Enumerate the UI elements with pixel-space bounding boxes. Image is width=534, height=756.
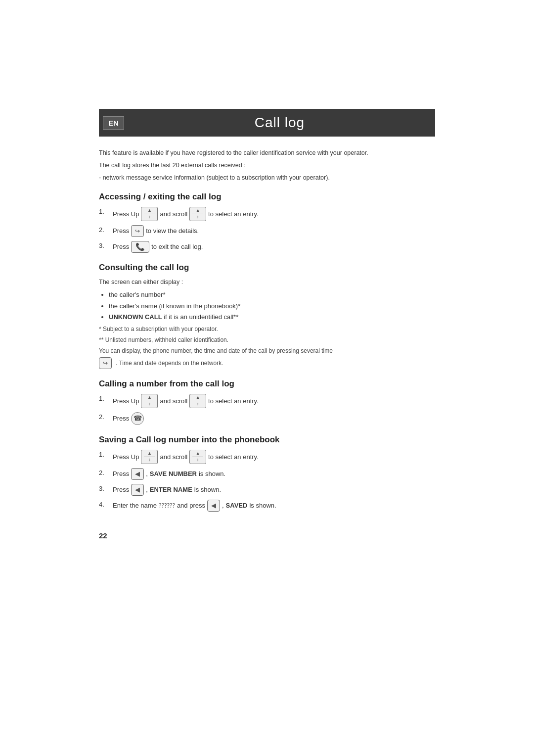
- section4-step2: 2. Press ◀ , SAVE NUMBER is shown.: [99, 468, 435, 480]
- step-num: 2.: [99, 225, 108, 234]
- list-item: UNKNOWN CALL if it is an unidentified ca…: [109, 312, 435, 323]
- step-num: 1.: [99, 207, 108, 215]
- note-text: . Time and date depends on the network.: [116, 360, 223, 367]
- nav-up-button-icon: ▲ ↕: [141, 450, 158, 464]
- page: EN Call log This feature is available if…: [0, 109, 534, 756]
- section4-title: Saving a Call log number into the phoneb…: [99, 435, 435, 445]
- nav-scroll-button-icon: ▲ ↕: [189, 207, 206, 221]
- exit-call-log-button-icon: 📞: [131, 241, 149, 253]
- nav-scroll-button-icon: ▲ ↕: [189, 450, 206, 464]
- menu-button-icon: ◀: [207, 500, 220, 512]
- menu-nav-icon: ↪: [99, 357, 112, 369]
- main-content: This feature is available if you have re…: [99, 137, 435, 540]
- step-content: Press ☎: [113, 412, 144, 425]
- step-content: Press Up ▲ ↕ and scroll ▲ ↕ to select an…: [113, 207, 259, 221]
- list-item: the caller's number*: [109, 290, 435, 300]
- section2-bullet-list: the caller's number* the caller's name (…: [109, 290, 435, 323]
- section4-step1: 1. Press Up ▲ ↕ and scroll ▲ ↕ to select…: [99, 450, 435, 464]
- lang-badge: EN: [103, 116, 124, 130]
- step-content: Press ↪ to view the details.: [113, 225, 199, 237]
- step-num: 2.: [99, 468, 108, 476]
- step-num: 3.: [99, 484, 108, 492]
- section3-title: Calling a number from the call log: [99, 379, 435, 389]
- section3-step1: 1. Press Up ▲ ↕ and scroll ▲ ↕ to select…: [99, 394, 435, 408]
- step-content: Press Up ▲ ↕ and scroll ▲ ↕ to select an…: [113, 450, 259, 464]
- section2-title: Consulting the call log: [99, 263, 435, 273]
- page-number: 22: [99, 531, 435, 540]
- menu-button-icon: ◀: [131, 468, 144, 480]
- intro-line3: - network message service information (s…: [99, 173, 435, 183]
- page-title: Call log: [124, 115, 435, 131]
- header-bar: EN Call log: [99, 109, 435, 137]
- step-num: 1.: [99, 450, 108, 458]
- step-content: Press ◀ , ENTER NAME is shown.: [113, 484, 221, 496]
- nav-scroll-button-icon: ▲ ↕: [189, 394, 206, 408]
- intro-line2: The call log stores the last 20 external…: [99, 161, 435, 170]
- intro-line1: This feature is available if you have re…: [99, 148, 435, 158]
- list-item: the caller's name (if known in the phone…: [109, 301, 435, 312]
- and-scroll-text: and scroll: [160, 209, 187, 219]
- nav-up-button-icon: ▲ ↕: [141, 394, 158, 408]
- section2-note: ↪ . Time and date depends on the network…: [99, 357, 435, 369]
- step-content: Enter the name ⁇⁇⁇ and press ◀ , SAVED i…: [113, 500, 276, 512]
- step-content: Press Up ▲ ↕ and scroll ▲ ↕ to select an…: [113, 394, 259, 408]
- section1-title: Accessing / exiting the call log: [99, 192, 435, 202]
- section1-step3: 3. Press 📞 to exit the call log.: [99, 241, 435, 253]
- step-num: 3.: [99, 241, 108, 249]
- step-num: 2.: [99, 412, 108, 421]
- step-content: Press 📞 to exit the call log.: [113, 241, 203, 253]
- call-button-icon: ☎: [131, 412, 144, 425]
- section1-step1: 1. Press Up ▲ ↕ and scroll ▲ ↕ to select…: [99, 207, 435, 221]
- step-num: 1.: [99, 394, 108, 402]
- footnote2: ** Unlisted numbers, withheld caller ide…: [99, 335, 435, 344]
- section1-step2: 2. Press ↪ to view the details.: [99, 225, 435, 237]
- section4-step4: 4. Enter the name ⁇⁇⁇ and press ◀ , SAVE…: [99, 500, 435, 512]
- view-detail-button-icon: ↪: [131, 225, 144, 237]
- section3-step2: 2. Press ☎: [99, 412, 435, 425]
- keyboard-icon: ⁇⁇⁇: [159, 501, 175, 510]
- section2-intro: The screen can either display :: [99, 278, 435, 287]
- step-content: Press ◀ , SAVE NUMBER is shown.: [113, 468, 225, 480]
- footnote3: You can display, the phone number, the t…: [99, 346, 435, 355]
- footnote1: * Subject to a subscription with your op…: [99, 325, 435, 333]
- nav-up-button-icon: ▲ ↕: [141, 207, 158, 221]
- step-num: 4.: [99, 500, 108, 508]
- section4-step3: 3. Press ◀ , ENTER NAME is shown.: [99, 484, 435, 496]
- menu-button-icon: ◀: [131, 484, 144, 496]
